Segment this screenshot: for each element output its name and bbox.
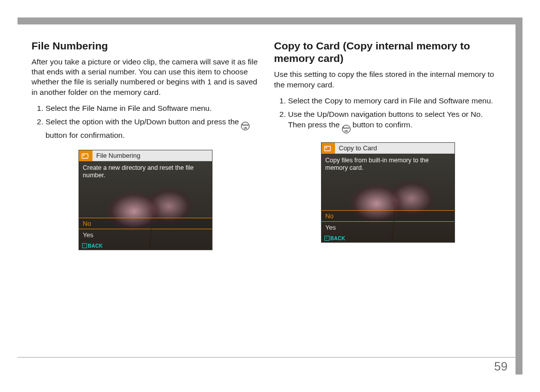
heading-copy-to-card: Copy to Card (Copy internal memory to me… xyxy=(274,39,502,64)
svg-rect-2 xyxy=(324,146,330,151)
memory-tab-icon xyxy=(322,143,335,154)
screen-title-bar: File Numbering xyxy=(79,150,212,161)
screen-title-label: File Numbering xyxy=(92,150,212,161)
steps-file-numbering: Select the File Name in File and Softwar… xyxy=(32,103,259,141)
page-content: File Numbering After you take a picture … xyxy=(18,24,516,375)
screen-file-numbering-wrap: File Numbering Create a new directory an… xyxy=(78,150,212,250)
func-ok-button-icon: funcok xyxy=(342,125,350,133)
func-ok-button-icon: funcok xyxy=(241,122,250,130)
back-label: BACK xyxy=(88,243,103,249)
page-number: 59 xyxy=(494,360,508,374)
page-frame: File Numbering After you take a picture … xyxy=(18,17,522,375)
paragraph-copy-to-card: Use this setting to copy the files store… xyxy=(274,69,502,89)
paragraph-file-numbering: After you take a picture or video clip, … xyxy=(32,57,259,97)
step-2: Select the option with the Up/Down butto… xyxy=(46,117,259,141)
option-yes: Yes xyxy=(79,229,212,241)
option-no: No xyxy=(322,210,454,222)
back-label: BACK xyxy=(330,236,346,241)
steps-copy-to-card: Select the Copy to memory card in File a… xyxy=(274,96,502,133)
screen-options: No Yes xyxy=(322,210,454,233)
footer-divider xyxy=(18,357,516,358)
svg-rect-1 xyxy=(83,155,84,156)
screen-body: Create a new directory and reset the fil… xyxy=(79,161,212,250)
svg-rect-0 xyxy=(82,154,88,158)
screen-title-label: Copy to Card xyxy=(335,143,454,154)
memory-tab-icon xyxy=(79,150,92,161)
back-indicator: ‹ BACK xyxy=(82,243,103,249)
left-column: File Numbering After you take a picture … xyxy=(32,39,259,375)
step-1: Select the File Name in File and Softwar… xyxy=(46,103,259,114)
option-yes: Yes xyxy=(322,222,454,233)
screen-copy-to-card-wrap: Copy to Card Copy files from built-in me… xyxy=(321,142,455,243)
back-arrow-icon: ‹ xyxy=(82,243,87,248)
right-column: Copy to Card (Copy internal memory to me… xyxy=(274,39,502,375)
back-indicator: ‹ BACK xyxy=(324,236,346,241)
camera-screen-file-numbering: File Numbering Create a new directory an… xyxy=(78,150,212,250)
screen-description: Create a new directory and reset the fil… xyxy=(83,164,208,180)
svg-rect-3 xyxy=(326,147,327,148)
screen-title-bar: Copy to Card xyxy=(322,143,454,154)
screen-options: No Yes xyxy=(79,218,212,241)
camera-screen-copy-to-card: Copy to Card Copy files from built-in me… xyxy=(321,142,455,243)
step-2: Use the Up/Down navigation buttons to se… xyxy=(288,109,502,133)
back-arrow-icon: ‹ xyxy=(324,236,330,241)
step-1: Select the Copy to memory card in File a… xyxy=(288,96,502,106)
heading-file-numbering: File Numbering xyxy=(32,39,259,52)
screen-description: Copy files from built-in memory to the m… xyxy=(326,157,450,172)
option-no: No xyxy=(79,218,212,229)
screen-body: Copy files from built-in memory to the m… xyxy=(322,154,454,242)
